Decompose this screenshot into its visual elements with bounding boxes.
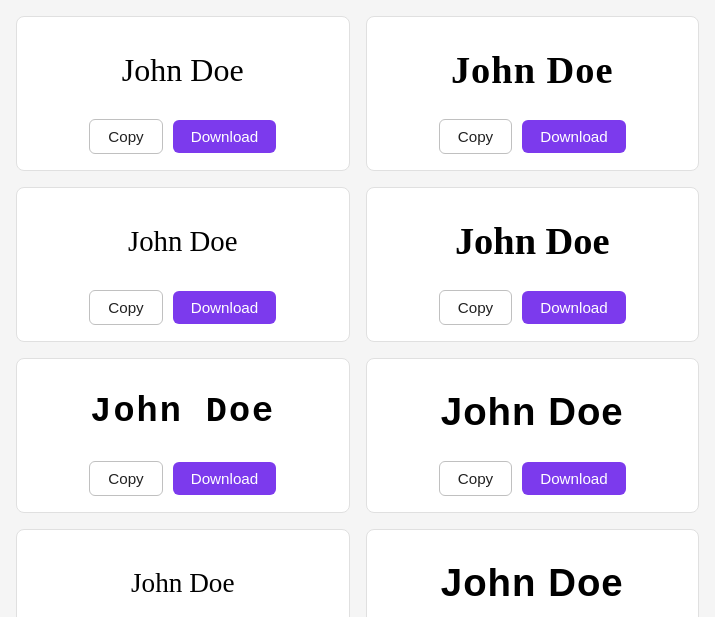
- signature-text: John Doe: [33, 550, 333, 616]
- copy-button-1[interactable]: Copy: [89, 119, 162, 154]
- signature-card-3: John DoeCopyDownload: [16, 187, 350, 342]
- signature-text: John Doe: [383, 208, 683, 274]
- signature-card-2: John DoeCopyDownload: [366, 16, 700, 171]
- signature-card-5: John DoeCopyDownload: [16, 358, 350, 513]
- card-buttons: CopyDownload: [89, 119, 276, 154]
- card-buttons: CopyDownload: [89, 461, 276, 496]
- signature-card-6: John DoeCopyDownload: [366, 358, 700, 513]
- download-button-3[interactable]: Download: [173, 291, 277, 324]
- download-button-4[interactable]: Download: [522, 291, 626, 324]
- download-button-5[interactable]: Download: [173, 462, 277, 495]
- signature-text: John Doe: [383, 379, 683, 445]
- card-buttons: CopyDownload: [89, 290, 276, 325]
- card-buttons: CopyDownload: [439, 119, 626, 154]
- copy-button-5[interactable]: Copy: [89, 461, 162, 496]
- signature-card-4: John DoeCopyDownload: [366, 187, 700, 342]
- download-button-6[interactable]: Download: [522, 462, 626, 495]
- card-buttons: CopyDownload: [439, 461, 626, 496]
- download-button-1[interactable]: Download: [173, 120, 277, 153]
- signature-text: John Doe: [383, 37, 683, 103]
- copy-button-6[interactable]: Copy: [439, 461, 512, 496]
- signature-grid: John DoeCopyDownloadJohn DoeCopyDownload…: [16, 16, 699, 617]
- copy-button-2[interactable]: Copy: [439, 119, 512, 154]
- copy-button-3[interactable]: Copy: [89, 290, 162, 325]
- signature-card-1: John DoeCopyDownload: [16, 16, 350, 171]
- signature-text: John Doe: [383, 550, 683, 616]
- download-button-2[interactable]: Download: [522, 120, 626, 153]
- signature-text: John Doe: [33, 379, 333, 445]
- signature-card-7: John DoeCopyDownload: [16, 529, 350, 617]
- copy-button-4[interactable]: Copy: [439, 290, 512, 325]
- card-buttons: CopyDownload: [439, 290, 626, 325]
- signature-text: John Doe: [33, 208, 333, 274]
- signature-card-8: John DoeCopyDownload: [366, 529, 700, 617]
- signature-text: John Doe: [33, 37, 333, 103]
